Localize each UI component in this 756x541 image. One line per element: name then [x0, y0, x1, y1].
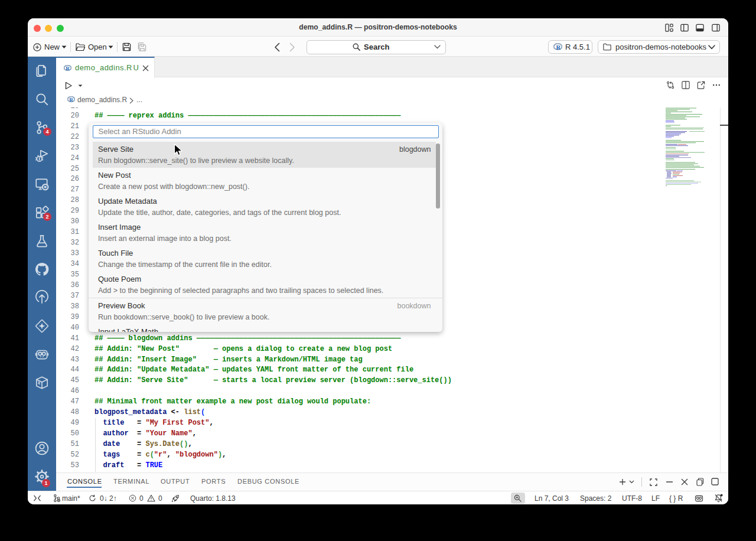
svg-text:R: R — [556, 44, 561, 51]
svg-text:R: R — [66, 66, 70, 71]
svg-text:R: R — [69, 97, 73, 103]
